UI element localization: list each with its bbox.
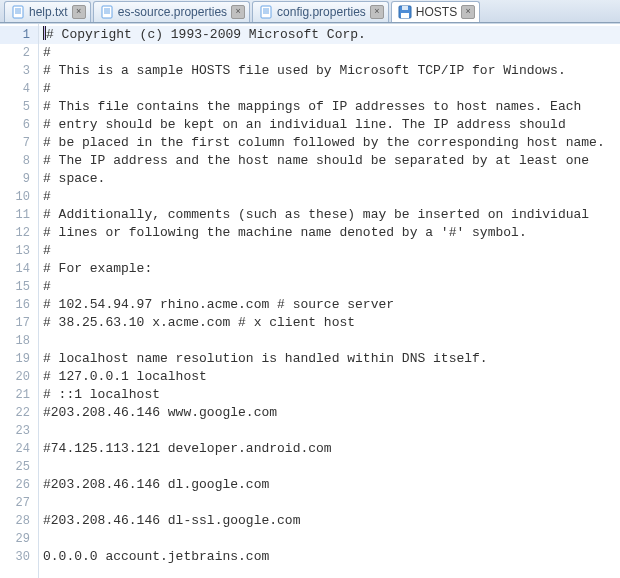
svg-rect-8 xyxy=(261,6,271,18)
code-line[interactable]: # For example: xyxy=(39,260,620,278)
line-number: 23 xyxy=(0,422,38,440)
line-number: 19 xyxy=(0,350,38,368)
line-number: 5 xyxy=(0,98,38,116)
code-line[interactable]: #203.208.46.146 dl-ssl.google.com xyxy=(39,512,620,530)
line-number: 26 xyxy=(0,476,38,494)
line-number: 12 xyxy=(0,224,38,242)
line-number: 29 xyxy=(0,530,38,548)
close-icon[interactable]: × xyxy=(370,5,384,19)
line-number: 13 xyxy=(0,242,38,260)
code-line[interactable]: # Copyright (c) 1993-2009 Microsoft Corp… xyxy=(39,26,620,44)
code-line[interactable]: # space. xyxy=(39,170,620,188)
line-number: 8 xyxy=(0,152,38,170)
tab-config-properties[interactable]: config.properties× xyxy=(252,1,389,22)
line-number: 22 xyxy=(0,404,38,422)
code-line[interactable]: #203.208.46.146 dl.google.com xyxy=(39,476,620,494)
tab-help-txt[interactable]: help.txt× xyxy=(4,1,91,22)
code-line[interactable]: # This is a sample HOSTS file used by Mi… xyxy=(39,62,620,80)
line-number-gutter: 1234567891011121314151617181920212223242… xyxy=(0,24,39,578)
svg-rect-0 xyxy=(13,6,23,18)
close-icon[interactable]: × xyxy=(461,5,475,19)
code-line[interactable]: # This file contains the mappings of IP … xyxy=(39,98,620,116)
close-icon[interactable]: × xyxy=(231,5,245,19)
code-line[interactable]: # localhost name resolution is handled w… xyxy=(39,350,620,368)
line-number: 25 xyxy=(0,458,38,476)
line-number: 24 xyxy=(0,440,38,458)
tab-label: help.txt xyxy=(29,5,68,19)
tab-label: config.properties xyxy=(277,5,366,19)
code-line[interactable]: # xyxy=(39,44,620,62)
code-line[interactable]: # 127.0.0.1 localhost xyxy=(39,368,620,386)
code-line[interactable]: # entry should be kept on an individual … xyxy=(39,116,620,134)
tab-es-source-properties[interactable]: es-source.properties× xyxy=(93,1,250,22)
file-icon xyxy=(259,5,273,19)
svg-rect-13 xyxy=(402,6,408,10)
line-number: 2 xyxy=(0,44,38,62)
line-number: 1 xyxy=(0,26,38,44)
code-line[interactable]: # 102.54.94.97 rhino.acme.com # source s… xyxy=(39,296,620,314)
file-icon xyxy=(11,5,25,19)
line-number: 28 xyxy=(0,512,38,530)
code-line[interactable] xyxy=(39,458,620,476)
code-line[interactable] xyxy=(39,530,620,548)
line-number: 14 xyxy=(0,260,38,278)
line-number: 30 xyxy=(0,548,38,566)
line-number: 18 xyxy=(0,332,38,350)
code-line[interactable] xyxy=(39,422,620,440)
code-text: # Copyright (c) 1993-2009 Microsoft Corp… xyxy=(46,27,366,42)
line-number: 11 xyxy=(0,206,38,224)
code-line[interactable]: # ::1 localhost xyxy=(39,386,620,404)
line-number: 6 xyxy=(0,116,38,134)
line-number: 7 xyxy=(0,134,38,152)
editor-area[interactable]: 1234567891011121314151617181920212223242… xyxy=(0,23,620,578)
line-number: 27 xyxy=(0,494,38,512)
code-line[interactable]: # xyxy=(39,80,620,98)
code-line[interactable]: # The IP address and the host name shoul… xyxy=(39,152,620,170)
disk-icon xyxy=(398,5,412,19)
code-line[interactable]: # lines or following the machine name de… xyxy=(39,224,620,242)
code-line[interactable]: #203.208.46.146 www.google.com xyxy=(39,404,620,422)
code-line[interactable]: # 38.25.63.10 x.acme.com # x client host xyxy=(39,314,620,332)
tab-label: HOSTS xyxy=(416,5,457,19)
tab-bar: help.txt×es-source.properties×config.pro… xyxy=(0,0,620,23)
line-number: 15 xyxy=(0,278,38,296)
code-line[interactable]: # xyxy=(39,188,620,206)
code-line[interactable]: # xyxy=(39,242,620,260)
file-icon xyxy=(100,5,114,19)
svg-rect-14 xyxy=(401,13,409,18)
line-number: 3 xyxy=(0,62,38,80)
line-number: 17 xyxy=(0,314,38,332)
line-number: 16 xyxy=(0,296,38,314)
code-line[interactable]: # be placed in the first column followed… xyxy=(39,134,620,152)
line-number: 20 xyxy=(0,368,38,386)
code-line[interactable] xyxy=(39,494,620,512)
line-number: 21 xyxy=(0,386,38,404)
code-line[interactable]: # Additionally, comments (such as these)… xyxy=(39,206,620,224)
code-line[interactable]: # xyxy=(39,278,620,296)
tab-label: es-source.properties xyxy=(118,5,227,19)
line-number: 4 xyxy=(0,80,38,98)
code-line[interactable] xyxy=(39,332,620,350)
line-number: 10 xyxy=(0,188,38,206)
close-icon[interactable]: × xyxy=(72,5,86,19)
line-number: 9 xyxy=(0,170,38,188)
code-area[interactable]: # Copyright (c) 1993-2009 Microsoft Corp… xyxy=(39,24,620,578)
svg-rect-4 xyxy=(102,6,112,18)
code-line[interactable]: #74.125.113.121 developer.android.com xyxy=(39,440,620,458)
tab-hosts[interactable]: HOSTS× xyxy=(391,1,480,22)
code-line[interactable]: 0.0.0.0 account.jetbrains.com xyxy=(39,548,620,566)
